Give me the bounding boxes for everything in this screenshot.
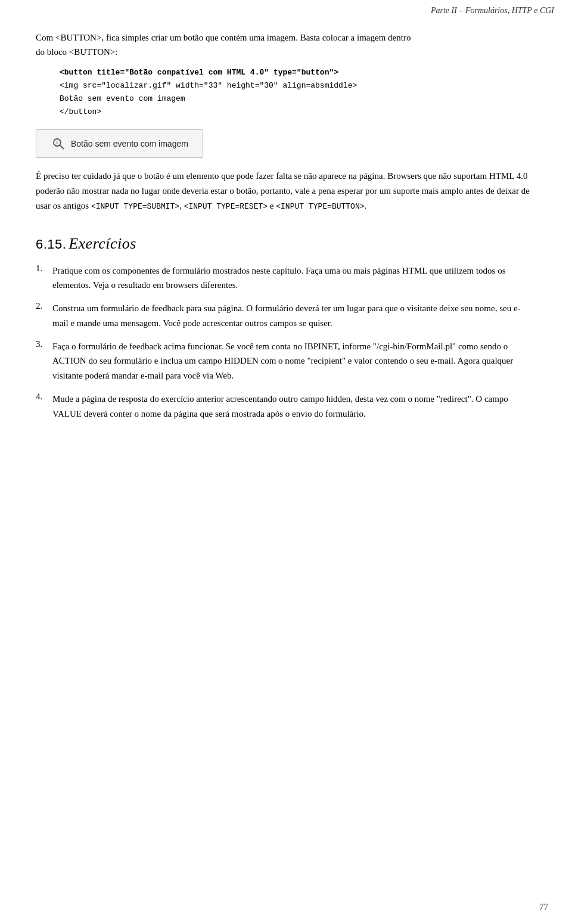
magnifier-icon — [51, 136, 66, 151]
exercise-text-1: Pratique com os componentes de formulári… — [52, 263, 536, 293]
preview-box[interactable]: Botão sem evento com imagem — [36, 129, 203, 158]
exercise-item-1: 1. Pratique com os componentes de formul… — [36, 263, 536, 293]
svg-point-2 — [56, 141, 59, 144]
input-type-reset: <INPUT TYPE=RESET> — [184, 202, 268, 211]
section-heading: 6.15. Exercícios — [36, 235, 536, 253]
section-title: Exercícios — [69, 235, 136, 252]
input-type-button: <INPUT TYPE=BUTTON> — [276, 202, 364, 211]
exercise-text-3: Faça o formulário de feedback acima func… — [52, 339, 536, 383]
page-content: Com <BUTTON>, fica simples criar um botã… — [0, 18, 572, 465]
preview-button-label: Botão sem evento com imagem — [71, 139, 188, 148]
intro-line2: do bloco <BUTTON>: — [36, 47, 117, 57]
svg-line-1 — [60, 145, 64, 149]
code-block: <button title="Botão compatível com HTML… — [60, 66, 536, 119]
body-text-1b: , — [179, 201, 184, 210]
exercise-number-2: 2. — [36, 301, 52, 311]
button-preview-container: Botão sem evento com imagem — [36, 129, 536, 158]
code-line-2: <img src="localizar.gif" width="33" heig… — [60, 79, 536, 92]
exercise-number-4: 4. — [36, 392, 52, 402]
intro-paragraph: Com <BUTTON>, fica simples criar um botã… — [36, 30, 536, 59]
intro-line1: Com <BUTTON>, fica simples criar um botã… — [36, 33, 411, 42]
header-title: Parte II – Formulários, HTTP e CGI — [431, 6, 554, 15]
exercise-number-3: 3. — [36, 339, 52, 349]
body-text-1c: e — [268, 201, 276, 210]
exercise-item-4: 4. Mude a página de resposta do exercíci… — [36, 392, 536, 421]
exercise-item-2: 2. Construa um formulário de feedback pa… — [36, 301, 536, 331]
input-type-submit: <INPUT TYPE=SUBMIT> — [91, 202, 179, 211]
code-line-3: Botão sem evento com imagem — [60, 92, 536, 106]
exercise-item-3: 3. Faça o formulário de feedback acima f… — [36, 339, 536, 383]
page-header: Parte II – Formulários, HTTP e CGI — [0, 0, 572, 18]
exercise-text-4: Mude a página de resposta do exercício a… — [52, 392, 536, 421]
body-text-1d: . — [365, 201, 367, 210]
exercise-text-2: Construa um formulário de feedback para … — [52, 301, 536, 331]
body-paragraph-1: É preciso ter cuidado já que o botão é u… — [36, 169, 536, 213]
exercise-number-1: 1. — [36, 263, 52, 274]
page-number: 77 — [539, 902, 548, 911]
code-line-4: </button> — [60, 106, 536, 119]
page-footer: 77 — [539, 902, 548, 912]
section-number: 6.15. — [36, 237, 66, 252]
code-line-1: <button title="Botão compatível com HTML… — [60, 66, 536, 79]
exercises-list: 1. Pratique com os componentes de formul… — [36, 263, 536, 421]
